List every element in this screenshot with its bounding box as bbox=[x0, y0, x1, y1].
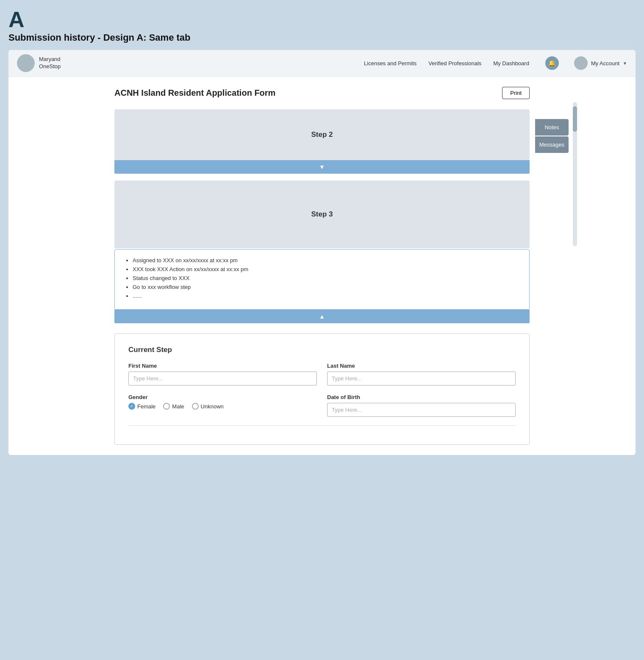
gender-female-option[interactable]: Female bbox=[128, 403, 155, 410]
step3-block: Step 3 bbox=[114, 180, 530, 248]
activity-item: Status changed to XXX bbox=[133, 275, 519, 281]
content-area: ACNH Island Resident Application Form Pr… bbox=[8, 77, 636, 455]
unknown-radio-circle bbox=[192, 403, 199, 410]
page-title: Submission history - Design A: Same tab bbox=[8, 32, 636, 43]
female-radio-circle bbox=[128, 403, 135, 410]
form-divider bbox=[128, 425, 516, 426]
print-button[interactable]: Print bbox=[502, 87, 530, 99]
activity-item: Go to xxx workflow step bbox=[133, 284, 519, 290]
dob-group: Date of Birth bbox=[327, 394, 516, 417]
step2-label: Step 2 bbox=[311, 130, 333, 139]
gender-radio-group: Female Male Unknown bbox=[128, 403, 317, 410]
unknown-radio-label: Unknown bbox=[201, 403, 224, 410]
bell-icon[interactable]: 🔔 bbox=[545, 56, 559, 70]
male-radio-label: Male bbox=[172, 403, 184, 410]
first-name-group: First Name bbox=[128, 363, 317, 385]
gender-male-option[interactable]: Male bbox=[163, 403, 184, 410]
activity-list: Assigned to XXX on xx/xx/xxxx at xx:xx p… bbox=[125, 257, 519, 299]
step2-collapse-bar[interactable]: ▼ bbox=[114, 160, 530, 174]
current-step-title: Current Step bbox=[128, 346, 516, 354]
scrollbar-track bbox=[573, 102, 577, 246]
first-name-input[interactable] bbox=[128, 372, 317, 385]
gender-label: Gender bbox=[128, 394, 317, 400]
chevron-down-icon: ▼ bbox=[623, 61, 627, 66]
last-name-input[interactable] bbox=[327, 372, 516, 385]
notes-tab[interactable]: Notes bbox=[535, 119, 569, 136]
form-title: ACNH Island Resident Application Form bbox=[114, 88, 275, 98]
chevron-up-icon: ▲ bbox=[319, 313, 325, 320]
step2-block: Step 2 bbox=[114, 109, 530, 160]
activity-item: ...... bbox=[133, 293, 519, 299]
form-header: ACNH Island Resident Application Form Pr… bbox=[114, 87, 530, 99]
current-step-box: Current Step First Name Last Name Gender bbox=[114, 333, 530, 445]
chevron-down-icon: ▼ bbox=[319, 164, 325, 170]
activity-item: Assigned to XXX on xx/xx/xxxx at xx:xx p… bbox=[133, 257, 519, 263]
nav-logo-text: Maryand OneStop bbox=[39, 56, 61, 70]
nav-logo: Maryand OneStop bbox=[17, 54, 61, 72]
my-account-button[interactable]: My Account ▼ bbox=[574, 56, 627, 70]
dob-input[interactable] bbox=[327, 403, 516, 417]
name-row: First Name Last Name bbox=[128, 363, 516, 385]
content-inner: ACNH Island Resident Application Form Pr… bbox=[97, 77, 547, 455]
account-avatar bbox=[574, 56, 588, 70]
side-tabs: Notes Messages bbox=[535, 119, 569, 153]
gender-dob-row: Gender Female Male bbox=[128, 394, 516, 417]
scrollbar-thumb[interactable] bbox=[573, 106, 577, 132]
dob-label: Date of Birth bbox=[327, 394, 516, 400]
messages-tab[interactable]: Messages bbox=[535, 136, 569, 153]
nav-logo-avatar bbox=[17, 54, 35, 72]
account-label: My Account bbox=[591, 60, 619, 67]
activity-box: Assigned to XXX on xx/xx/xxxx at xx:xx p… bbox=[114, 249, 530, 310]
gender-unknown-option[interactable]: Unknown bbox=[192, 403, 224, 410]
female-radio-label: Female bbox=[137, 403, 155, 410]
nav-link-verified[interactable]: Verified Professionals bbox=[428, 60, 481, 67]
logo-letter: A bbox=[8, 8, 636, 31]
activity-item: XXX took XXX Action on xx/xx/xxxx at xx:… bbox=[133, 266, 519, 272]
nav-link-dashboard[interactable]: My Dashboard bbox=[493, 60, 529, 67]
nav-bar: Maryand OneStop Licenses and Permits Ver… bbox=[8, 50, 636, 77]
last-name-label: Last Name bbox=[327, 363, 516, 369]
nav-links: Licenses and Permits Verified Profession… bbox=[364, 56, 627, 70]
gender-group: Gender Female Male bbox=[128, 394, 317, 417]
last-name-group: Last Name bbox=[327, 363, 516, 385]
first-name-label: First Name bbox=[128, 363, 317, 369]
nav-link-licenses[interactable]: Licenses and Permits bbox=[364, 60, 416, 67]
male-radio-circle bbox=[163, 403, 170, 410]
step3-label: Step 3 bbox=[311, 210, 333, 219]
step3-expand-bar[interactable]: ▲ bbox=[114, 310, 530, 323]
